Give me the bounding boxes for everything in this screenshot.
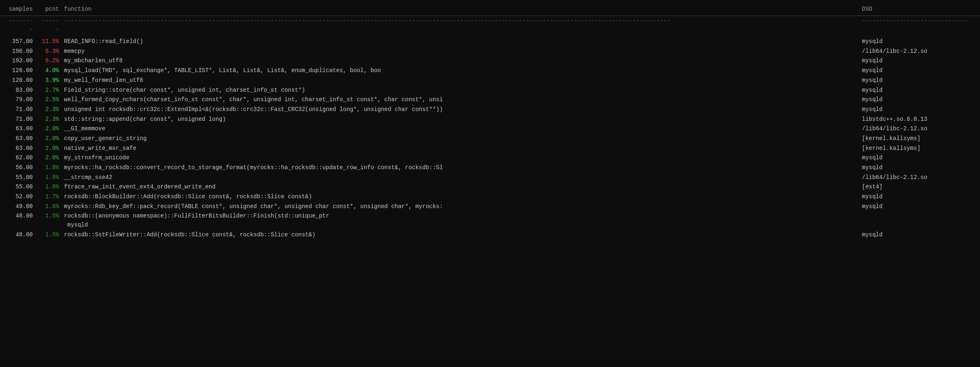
cell-dso: mysqld xyxy=(859,37,973,46)
cell-pcnt: 1.5% xyxy=(39,212,64,229)
table-row: 49.00 1.6% myrocks::Rdb_key_def::pack_re… xyxy=(0,202,980,212)
cell-dso: mysqld xyxy=(859,154,973,163)
cell-pcnt: 2.3% xyxy=(39,105,64,114)
cell-dso: mysqld xyxy=(859,105,973,114)
cell-dso: mysqld xyxy=(64,221,179,230)
cell-pcnt: 2.0% xyxy=(39,154,64,163)
cell-function: my_mbcharlen_utf8 xyxy=(64,57,859,66)
cell-dso: mysqld xyxy=(859,163,973,172)
table-row: 56.00 1.8% myrocks::ha_rocksdb::convert_… xyxy=(0,163,980,173)
cell-dso: mysqld xyxy=(859,193,973,202)
cell-function: rocksdb::(anonymous namespace)::FullFilt… xyxy=(64,212,973,229)
cell-function: __GI_memmove xyxy=(64,125,859,134)
cell-function: myrocks::Rdb_key_def::pack_record(TABLE … xyxy=(64,202,859,211)
table-row: 83.00 2.7% Field_string::store(char cons… xyxy=(0,86,980,95)
header-pcnt: pcnt xyxy=(39,5,64,14)
cell-function: myrocks::ha_rocksdb::convert_record_to_s… xyxy=(64,163,859,172)
cell-samples: 196.00 xyxy=(7,47,39,56)
cell-pcnt: 6.2% xyxy=(39,57,64,66)
cell-function: rocksdb::BlockBuilder::Add(rocksdb::Slic… xyxy=(64,193,859,202)
cell-dso: mysqld xyxy=(859,202,973,211)
cell-function: unsigned int rocksdb::crc32c::ExtendImpl… xyxy=(64,105,859,114)
cell-pcnt: 1.6% xyxy=(39,202,64,211)
cell-samples: 357.00 xyxy=(7,37,39,46)
cell-pcnt: 2.7% xyxy=(39,86,64,95)
cell-dso: mysqld xyxy=(859,231,973,240)
header-samples: samples xyxy=(7,5,39,14)
cell-function: my_strnxfrm_unicode xyxy=(64,154,859,163)
cell-samples: 55.00 xyxy=(7,173,39,182)
table-row: 79.00 2.5% well_formed_copy_nchars(chars… xyxy=(0,95,980,105)
table-row: 63.00 2.0% __GI_memmove /lib64/libc-2.12… xyxy=(0,124,980,134)
cell-function: well_formed_copy_nchars(charset_info_st … xyxy=(64,95,859,104)
cell-function: native_write_msr_safe xyxy=(64,144,859,153)
cell-samples: 48.00 xyxy=(7,212,39,229)
cell-pcnt: 4.0% xyxy=(39,66,64,75)
cell-function: READ_INFO::read_field() xyxy=(64,37,859,46)
cell-samples: 63.00 xyxy=(7,125,39,134)
cell-pcnt: 2.5% xyxy=(39,95,64,104)
table-row: 48.00 1.5% rocksdb::(anonymous namespace… xyxy=(0,211,980,230)
cell-pcnt: 1.7% xyxy=(39,193,64,202)
cell-samples: 126.00 xyxy=(7,66,39,75)
cell-samples: 71.00 xyxy=(7,115,39,124)
perf-table: samples pcnt function DSO -------- -----… xyxy=(0,0,980,240)
divider-dso: ------------------------------- xyxy=(859,17,973,34)
cell-function: my_well_formed_len_utf8 xyxy=(64,76,859,85)
cell-dso: mysqld xyxy=(859,57,973,66)
cell-dso: /lib64/libc-2.12.so xyxy=(859,173,973,182)
table-row: 55.00 1.8% __strcmp_sse42 /lib64/libc-2.… xyxy=(0,173,980,183)
cell-pcnt: 2.0% xyxy=(39,144,64,153)
cell-function: ftrace_raw_init_event_ext4_ordered_write… xyxy=(64,183,859,192)
cell-dso: [ext4] xyxy=(859,183,973,192)
table-header: samples pcnt function DSO xyxy=(0,3,980,16)
cell-pcnt: 2.0% xyxy=(39,134,64,143)
cell-pcnt: 3.9% xyxy=(39,76,64,85)
cell-dso: [kernel.kallsyms] xyxy=(859,134,973,143)
table-row: 55.00 1.8% ftrace_raw_init_event_ext4_or… xyxy=(0,182,980,192)
cell-dso: mysqld xyxy=(859,76,973,85)
table-row: 126.00 4.0% mysql_load(THD*, sql_exchang… xyxy=(0,66,980,76)
divider-pcnt: ------ xyxy=(39,17,64,34)
cell-function: __strcmp_sse42 xyxy=(64,173,859,182)
cell-pcnt: 1.8% xyxy=(39,173,64,182)
table-row: 63.00 2.0% native_write_msr_safe [kernel… xyxy=(0,144,980,154)
table-body: 357.00 11.5% READ_INFO::read_field() mys… xyxy=(0,37,980,240)
cell-dso: mysqld xyxy=(859,66,973,75)
cell-samples: 48.00 xyxy=(7,231,39,240)
table-row: 52.00 1.7% rocksdb::BlockBuilder::Add(ro… xyxy=(0,192,980,202)
cell-function: copy_user_generic_string xyxy=(64,134,859,143)
cell-function: mysql_load(THD*, sql_exchange*, TABLE_LI… xyxy=(64,66,859,75)
divider-samples: -------- xyxy=(7,17,39,34)
cell-samples: 83.00 xyxy=(7,86,39,95)
cell-dso: mysqld xyxy=(859,95,973,104)
table-row: 192.00 6.2% my_mbcharlen_utf8 mysqld xyxy=(0,56,980,66)
cell-samples: 192.00 xyxy=(7,57,39,66)
cell-pcnt: 11.5% xyxy=(39,37,64,46)
cell-dso: /lib64/libc-2.12.so xyxy=(859,47,973,56)
cell-function: rocksdb::SstFileWriter::Add(rocksdb::Sli… xyxy=(64,231,859,240)
cell-pcnt: 6.3% xyxy=(39,47,64,56)
table-row: 63.00 2.0% copy_user_generic_string [ker… xyxy=(0,134,980,144)
cell-function: std::string::append(char const*, unsigne… xyxy=(64,115,859,124)
cell-samples: 63.00 xyxy=(7,134,39,143)
table-row: 71.00 2.3% std::string::append(char cons… xyxy=(0,115,980,125)
cell-samples: 120.00 xyxy=(7,76,39,85)
table-row: 62.00 2.0% my_strnxfrm_unicode mysqld xyxy=(0,153,980,163)
table-row: 196.00 6.3% memcpy /lib64/libc-2.12.so xyxy=(0,47,980,57)
cell-pcnt: 1.5% xyxy=(39,231,64,240)
cell-pcnt: 2.0% xyxy=(39,125,64,134)
cell-samples: 55.00 xyxy=(7,183,39,192)
cell-dso: mysqld xyxy=(859,86,973,95)
cell-dso: [kernel.kallsyms] xyxy=(859,144,973,153)
divider-function: ----------------------------------------… xyxy=(64,17,859,34)
table-row: 120.00 3.9% my_well_formed_len_utf8 mysq… xyxy=(0,76,980,86)
table-divider: -------- ------ ------------------------… xyxy=(0,16,980,35)
cell-dso: libstdc++.so.6.0.13 xyxy=(859,115,973,124)
cell-samples: 63.00 xyxy=(7,144,39,153)
cell-pcnt: 2.3% xyxy=(39,115,64,124)
header-dso: DSO xyxy=(859,5,973,14)
header-function: function xyxy=(64,5,859,14)
cell-samples: 52.00 xyxy=(7,193,39,202)
table-row: 71.00 2.3% unsigned int rocksdb::crc32c:… xyxy=(0,105,980,115)
